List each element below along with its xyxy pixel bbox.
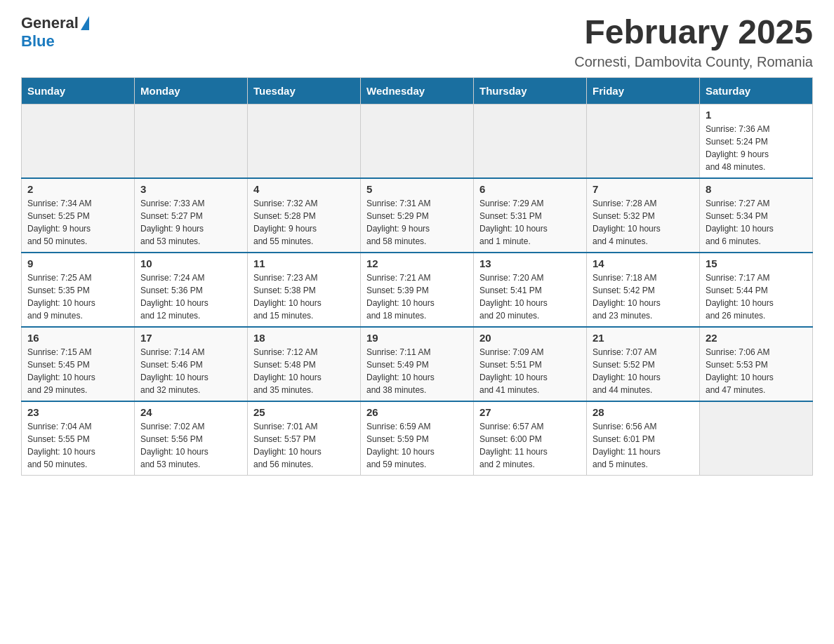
calendar-cell: 2Sunrise: 7:34 AM Sunset: 5:25 PM Daylig… bbox=[22, 178, 135, 253]
day-info: Sunrise: 7:14 AM Sunset: 5:46 PM Dayligh… bbox=[140, 346, 241, 396]
calendar-cell: 21Sunrise: 7:07 AM Sunset: 5:52 PM Dayli… bbox=[587, 327, 700, 401]
calendar-cell: 1Sunrise: 7:36 AM Sunset: 5:24 PM Daylig… bbox=[700, 104, 813, 178]
day-info: Sunrise: 7:02 AM Sunset: 5:56 PM Dayligh… bbox=[140, 420, 241, 471]
calendar-cell: 18Sunrise: 7:12 AM Sunset: 5:48 PM Dayli… bbox=[248, 327, 361, 401]
calendar-cell: 15Sunrise: 7:17 AM Sunset: 5:44 PM Dayli… bbox=[700, 253, 813, 327]
day-number: 23 bbox=[27, 406, 128, 418]
day-info: Sunrise: 7:04 AM Sunset: 5:55 PM Dayligh… bbox=[27, 420, 128, 471]
day-number: 16 bbox=[27, 332, 128, 344]
day-number: 14 bbox=[593, 257, 694, 269]
calendar-cell: 22Sunrise: 7:06 AM Sunset: 5:53 PM Dayli… bbox=[700, 327, 813, 401]
calendar-week-row: 9Sunrise: 7:25 AM Sunset: 5:35 PM Daylig… bbox=[22, 253, 813, 327]
day-info: Sunrise: 7:27 AM Sunset: 5:34 PM Dayligh… bbox=[706, 197, 807, 248]
calendar-cell: 17Sunrise: 7:14 AM Sunset: 5:46 PM Dayli… bbox=[135, 327, 248, 401]
day-info: Sunrise: 7:31 AM Sunset: 5:29 PM Dayligh… bbox=[366, 197, 468, 248]
day-of-week-header: Wednesday bbox=[361, 77, 474, 104]
day-number: 13 bbox=[479, 257, 581, 269]
calendar-cell: 14Sunrise: 7:18 AM Sunset: 5:42 PM Dayli… bbox=[587, 253, 700, 327]
calendar-cell: 4Sunrise: 7:32 AM Sunset: 5:28 PM Daylig… bbox=[248, 178, 361, 253]
calendar-week-row: 16Sunrise: 7:15 AM Sunset: 5:45 PM Dayli… bbox=[22, 327, 813, 401]
day-info: Sunrise: 6:57 AM Sunset: 6:00 PM Dayligh… bbox=[479, 420, 581, 471]
calendar-cell bbox=[361, 104, 474, 178]
calendar-title: February 2025 bbox=[574, 14, 813, 51]
day-info: Sunrise: 7:36 AM Sunset: 5:24 PM Dayligh… bbox=[706, 123, 807, 173]
day-number: 6 bbox=[479, 183, 581, 195]
day-number: 2 bbox=[27, 183, 128, 195]
calendar-table: SundayMondayTuesdayWednesdayThursdayFrid… bbox=[21, 77, 813, 476]
calendar-cell: 28Sunrise: 6:56 AM Sunset: 6:01 PM Dayli… bbox=[587, 401, 700, 476]
day-of-week-header: Thursday bbox=[474, 77, 587, 104]
calendar-subtitle: Cornesti, Dambovita County, Romania bbox=[574, 54, 813, 70]
day-number: 11 bbox=[253, 257, 355, 269]
day-of-week-header: Friday bbox=[587, 77, 700, 104]
day-number: 5 bbox=[366, 183, 468, 195]
logo-triangle-icon bbox=[81, 16, 89, 30]
page-header: General Blue February 2025 Cornesti, Dam… bbox=[21, 14, 813, 70]
calendar-cell bbox=[248, 104, 361, 178]
day-number: 28 bbox=[593, 406, 694, 418]
calendar-cell: 25Sunrise: 7:01 AM Sunset: 5:57 PM Dayli… bbox=[248, 401, 361, 476]
day-number: 22 bbox=[706, 332, 807, 344]
day-info: Sunrise: 7:18 AM Sunset: 5:42 PM Dayligh… bbox=[593, 271, 694, 322]
day-number: 17 bbox=[140, 332, 241, 344]
day-info: Sunrise: 7:29 AM Sunset: 5:31 PM Dayligh… bbox=[479, 197, 581, 248]
day-of-week-header: Monday bbox=[135, 77, 248, 104]
day-info: Sunrise: 7:01 AM Sunset: 5:57 PM Dayligh… bbox=[253, 420, 355, 471]
calendar-cell: 6Sunrise: 7:29 AM Sunset: 5:31 PM Daylig… bbox=[474, 178, 587, 253]
day-info: Sunrise: 7:06 AM Sunset: 5:53 PM Dayligh… bbox=[706, 346, 807, 396]
logo-general-text: General bbox=[21, 14, 79, 32]
day-number: 10 bbox=[140, 257, 241, 269]
calendar-week-row: 23Sunrise: 7:04 AM Sunset: 5:55 PM Dayli… bbox=[22, 401, 813, 476]
day-info: Sunrise: 7:15 AM Sunset: 5:45 PM Dayligh… bbox=[27, 346, 128, 396]
day-number: 1 bbox=[706, 109, 807, 121]
logo: General Blue bbox=[21, 14, 89, 51]
day-number: 8 bbox=[706, 183, 807, 195]
calendar-cell: 7Sunrise: 7:28 AM Sunset: 5:32 PM Daylig… bbox=[587, 178, 700, 253]
day-number: 9 bbox=[27, 257, 128, 269]
day-of-week-header: Tuesday bbox=[248, 77, 361, 104]
day-info: Sunrise: 6:59 AM Sunset: 5:59 PM Dayligh… bbox=[366, 420, 468, 471]
calendar-cell: 5Sunrise: 7:31 AM Sunset: 5:29 PM Daylig… bbox=[361, 178, 474, 253]
calendar-cell: 3Sunrise: 7:33 AM Sunset: 5:27 PM Daylig… bbox=[135, 178, 248, 253]
calendar-cell: 12Sunrise: 7:21 AM Sunset: 5:39 PM Dayli… bbox=[361, 253, 474, 327]
day-number: 19 bbox=[366, 332, 468, 344]
calendar-cell: 8Sunrise: 7:27 AM Sunset: 5:34 PM Daylig… bbox=[700, 178, 813, 253]
day-info: Sunrise: 7:12 AM Sunset: 5:48 PM Dayligh… bbox=[253, 346, 355, 396]
calendar-cell: 20Sunrise: 7:09 AM Sunset: 5:51 PM Dayli… bbox=[474, 327, 587, 401]
day-number: 7 bbox=[593, 183, 694, 195]
calendar-cell bbox=[474, 104, 587, 178]
calendar-cell: 10Sunrise: 7:24 AM Sunset: 5:36 PM Dayli… bbox=[135, 253, 248, 327]
calendar-week-row: 2Sunrise: 7:34 AM Sunset: 5:25 PM Daylig… bbox=[22, 178, 813, 253]
calendar-cell bbox=[22, 104, 135, 178]
day-info: Sunrise: 7:09 AM Sunset: 5:51 PM Dayligh… bbox=[479, 346, 581, 396]
day-info: Sunrise: 7:32 AM Sunset: 5:28 PM Dayligh… bbox=[253, 197, 355, 248]
day-number: 15 bbox=[706, 257, 807, 269]
calendar-week-row: 1Sunrise: 7:36 AM Sunset: 5:24 PM Daylig… bbox=[22, 104, 813, 178]
day-info: Sunrise: 7:21 AM Sunset: 5:39 PM Dayligh… bbox=[366, 271, 468, 322]
calendar-cell bbox=[700, 401, 813, 476]
day-number: 24 bbox=[140, 406, 241, 418]
day-number: 18 bbox=[253, 332, 355, 344]
calendar-cell: 27Sunrise: 6:57 AM Sunset: 6:00 PM Dayli… bbox=[474, 401, 587, 476]
day-info: Sunrise: 7:17 AM Sunset: 5:44 PM Dayligh… bbox=[706, 271, 807, 322]
day-number: 25 bbox=[253, 406, 355, 418]
title-block: February 2025 Cornesti, Dambovita County… bbox=[574, 14, 813, 70]
day-of-week-header: Saturday bbox=[700, 77, 813, 104]
day-number: 3 bbox=[140, 183, 241, 195]
calendar-cell bbox=[587, 104, 700, 178]
day-info: Sunrise: 7:24 AM Sunset: 5:36 PM Dayligh… bbox=[140, 271, 241, 322]
day-info: Sunrise: 7:07 AM Sunset: 5:52 PM Dayligh… bbox=[593, 346, 694, 396]
calendar-cell: 13Sunrise: 7:20 AM Sunset: 5:41 PM Dayli… bbox=[474, 253, 587, 327]
day-info: Sunrise: 7:20 AM Sunset: 5:41 PM Dayligh… bbox=[479, 271, 581, 322]
calendar-cell: 23Sunrise: 7:04 AM Sunset: 5:55 PM Dayli… bbox=[22, 401, 135, 476]
day-info: Sunrise: 7:33 AM Sunset: 5:27 PM Dayligh… bbox=[140, 197, 241, 248]
day-number: 4 bbox=[253, 183, 355, 195]
day-number: 20 bbox=[479, 332, 581, 344]
calendar-cell: 16Sunrise: 7:15 AM Sunset: 5:45 PM Dayli… bbox=[22, 327, 135, 401]
day-number: 21 bbox=[593, 332, 694, 344]
day-info: Sunrise: 7:25 AM Sunset: 5:35 PM Dayligh… bbox=[27, 271, 128, 322]
calendar-cell: 24Sunrise: 7:02 AM Sunset: 5:56 PM Dayli… bbox=[135, 401, 248, 476]
day-info: Sunrise: 7:28 AM Sunset: 5:32 PM Dayligh… bbox=[593, 197, 694, 248]
calendar-cell: 19Sunrise: 7:11 AM Sunset: 5:49 PM Dayli… bbox=[361, 327, 474, 401]
calendar-cell bbox=[135, 104, 248, 178]
